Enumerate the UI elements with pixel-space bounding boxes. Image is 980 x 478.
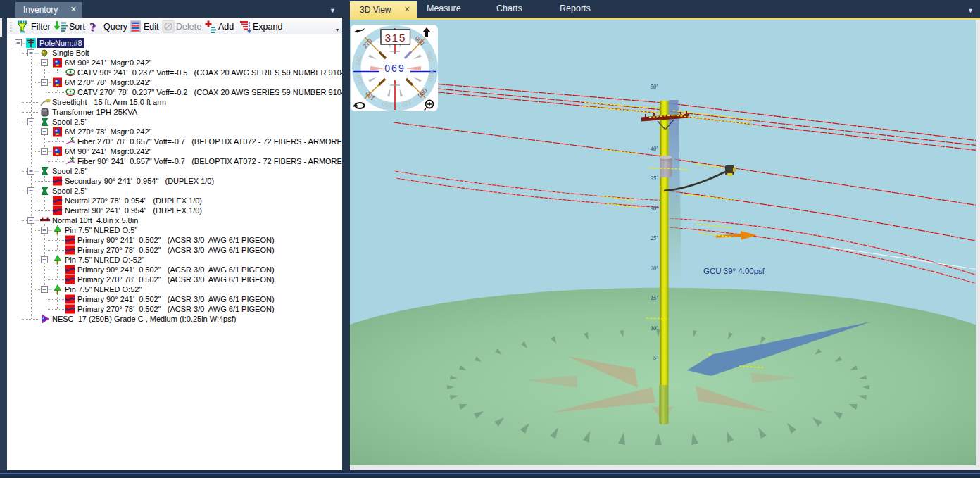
svg-text:GCU 39° 4.00psf: GCU 39° 4.00psf	[703, 267, 765, 275]
svg-text:10′: 10′	[651, 325, 658, 332]
svg-text:315: 315	[385, 32, 406, 44]
svg-text:35′: 35′	[650, 175, 658, 182]
svg-text:5′: 5′	[653, 355, 658, 361]
svg-text:50′: 50′	[651, 84, 658, 90]
svg-text:069: 069	[384, 63, 405, 74]
svg-text:40′: 40′	[651, 146, 658, 152]
svg-text:20′: 20′	[651, 265, 658, 272]
svg-text:25′: 25′	[651, 235, 658, 241]
svg-text:15′: 15′	[651, 295, 658, 301]
svg-text:30′: 30′	[650, 206, 658, 212]
